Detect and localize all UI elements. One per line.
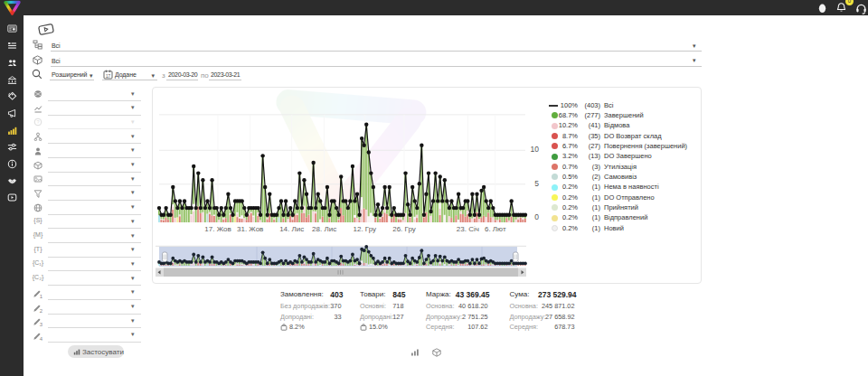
svg-text:12. Гру: 12. Гру [354,225,377,233]
svg-text:2: 2 [40,307,42,312]
svg-text:17. Жов: 17. Жов [204,225,231,233]
svg-text:1: 1 [40,294,42,298]
svg-text:14. Лис: 14. Лис [279,225,304,233]
svg-text:26. Гру: 26. Гру [392,225,416,233]
svg-text:28. Лис: 28. Лис [312,225,336,233]
svg-text:?: ? [36,119,39,125]
svg-text:3: 3 [40,322,42,326]
svg-text:17: 17 [106,73,111,78]
svg-text:23. Січ: 23. Січ [457,225,479,233]
svg-text:4: 4 [40,336,42,341]
svg-text:6. Лют: 6. Лют [485,225,506,233]
svg-text:31. Жов: 31. Жов [237,225,263,233]
